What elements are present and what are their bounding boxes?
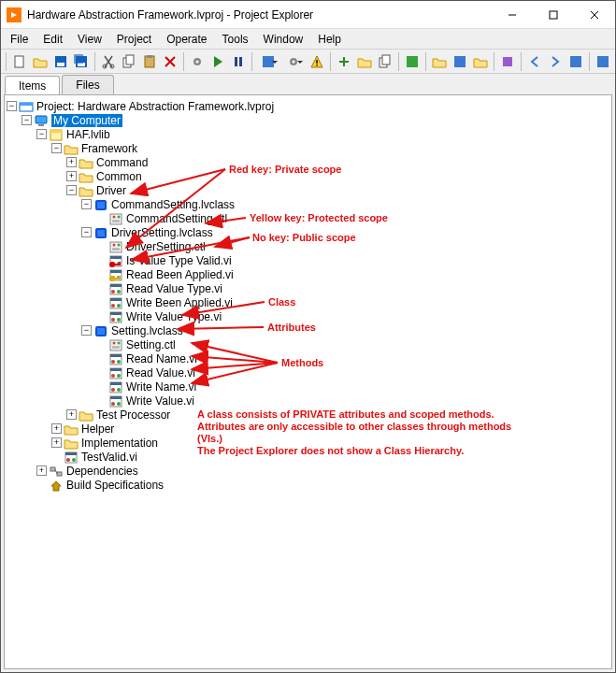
tool-a[interactable] bbox=[355, 51, 374, 72]
close-button[interactable] bbox=[574, 1, 615, 29]
tab-files[interactable]: Files bbox=[62, 75, 113, 94]
tool-f[interactable] bbox=[566, 51, 585, 72]
node-my-computer[interactable]: − My Computer bbox=[7, 113, 609, 127]
twisty-icon[interactable]: + bbox=[66, 171, 77, 181]
tool-compile[interactable] bbox=[188, 51, 207, 72]
ctl-icon bbox=[108, 212, 123, 225]
node-label: Test Processor bbox=[96, 408, 170, 422]
vi-icon bbox=[108, 268, 123, 281]
twisty-icon[interactable]: + bbox=[36, 465, 47, 476]
node-command[interactable]: + Command bbox=[7, 155, 609, 169]
tool-e[interactable] bbox=[471, 51, 490, 72]
node-read-value-type[interactable]: Read Value Type.vi bbox=[7, 281, 609, 295]
vi-icon bbox=[108, 380, 123, 394]
menu-view[interactable]: View bbox=[70, 31, 109, 48]
twisty-icon[interactable]: − bbox=[21, 115, 32, 125]
node-label: Common bbox=[96, 170, 142, 183]
node-label: Setting.lvclass bbox=[111, 324, 183, 337]
menu-edit[interactable]: Edit bbox=[36, 31, 70, 48]
tool-run[interactable] bbox=[208, 51, 227, 72]
menu-help[interactable]: Help bbox=[310, 31, 349, 48]
twisty-icon[interactable]: − bbox=[81, 227, 92, 237]
node-driversetting-ctl[interactable]: DriverSetting.ctl bbox=[7, 239, 609, 253]
menubar: File Edit View Project Operate Tools Win… bbox=[1, 29, 615, 50]
node-write-been-applied[interactable]: Write Been Applied.vi bbox=[7, 295, 609, 309]
twisty-icon[interactable]: − bbox=[51, 143, 62, 153]
tool-resolve[interactable] bbox=[229, 51, 248, 72]
folder-icon bbox=[79, 156, 93, 169]
node-label: TestValid.vi bbox=[81, 451, 137, 464]
node-driver[interactable]: − Driver bbox=[7, 183, 609, 197]
tool-warning[interactable] bbox=[308, 51, 326, 72]
library-icon bbox=[49, 128, 64, 141]
tool-purple[interactable] bbox=[498, 51, 517, 72]
ctl-icon bbox=[108, 240, 123, 253]
twisty-icon[interactable]: + bbox=[66, 157, 77, 167]
tool-cut[interactable] bbox=[99, 51, 118, 72]
node-label: CommandSetting.ctl bbox=[126, 212, 227, 225]
tool-b[interactable] bbox=[376, 51, 394, 72]
menu-project[interactable]: Project bbox=[109, 31, 159, 48]
folder-icon bbox=[79, 184, 93, 197]
node-driversetting-class[interactable]: − DriverSetting.lvclass bbox=[7, 225, 609, 239]
node-build-specs[interactable]: Build Specifications bbox=[7, 478, 609, 492]
tool-open[interactable] bbox=[31, 51, 50, 72]
minimize-button[interactable] bbox=[492, 1, 533, 29]
tool-d[interactable] bbox=[451, 51, 469, 72]
tool-new[interactable] bbox=[10, 51, 29, 72]
node-label: My Computer bbox=[51, 114, 122, 127]
node-label: Read Been Applied.vi bbox=[126, 268, 234, 281]
vi-icon bbox=[108, 254, 123, 267]
node-setting-ctl[interactable]: Setting.ctl bbox=[7, 337, 609, 351]
tab-items[interactable]: Items bbox=[5, 76, 60, 95]
node-read-value[interactable]: Read Value.vi bbox=[7, 365, 609, 379]
tool-svn-drop[interactable] bbox=[256, 51, 279, 72]
twisty-icon[interactable]: + bbox=[51, 437, 62, 448]
tool-redo[interactable] bbox=[546, 51, 565, 72]
twisty-icon[interactable]: + bbox=[51, 423, 62, 434]
node-framework[interactable]: − Framework bbox=[7, 141, 609, 155]
node-is-value-type-valid[interactable]: Is Value Type Valid.vi bbox=[7, 253, 609, 267]
tool-filter-drop[interactable] bbox=[282, 51, 306, 72]
menu-window[interactable]: Window bbox=[256, 31, 311, 48]
tool-undo[interactable] bbox=[525, 51, 544, 72]
tool-saveall[interactable] bbox=[72, 51, 91, 72]
menu-operate[interactable]: Operate bbox=[159, 31, 214, 48]
tool-green[interactable] bbox=[403, 51, 422, 72]
twisty-icon[interactable]: − bbox=[66, 185, 77, 195]
tool-paste[interactable] bbox=[140, 51, 159, 72]
node-write-value-type[interactable]: Write Value Type.vi bbox=[7, 309, 609, 323]
node-read-name[interactable]: Read Name.vi bbox=[7, 351, 609, 365]
project-tree[interactable]: − Project: Hardware Abstraction Framewor… bbox=[5, 95, 611, 495]
node-read-been-applied[interactable]: Read Been Applied.vi bbox=[7, 267, 609, 281]
tool-copy[interactable] bbox=[120, 51, 138, 72]
node-common[interactable]: + Common bbox=[7, 169, 609, 183]
node-setting-class[interactable]: − Setting.lvclass bbox=[7, 323, 609, 337]
node-haf-lib[interactable]: − HAF.lvlib bbox=[7, 127, 609, 141]
twisty-icon[interactable]: − bbox=[7, 101, 17, 111]
twisty-icon[interactable]: + bbox=[66, 409, 77, 420]
node-helper[interactable]: + Helper bbox=[7, 422, 609, 436]
node-write-value[interactable]: Write Value.vi bbox=[7, 394, 609, 408]
node-project[interactable]: − Project: Hardware Abstraction Framewor… bbox=[7, 99, 609, 113]
tool-save[interactable] bbox=[51, 51, 70, 72]
node-label: Framework bbox=[81, 142, 137, 155]
twisty-icon[interactable]: − bbox=[81, 199, 92, 209]
tool-g[interactable] bbox=[594, 51, 612, 72]
node-test-processor[interactable]: + Test Processor bbox=[7, 408, 609, 422]
node-testvalid[interactable]: TestValid.vi bbox=[7, 450, 609, 464]
tree-panel: − Project: Hardware Abstraction Framewor… bbox=[4, 94, 612, 669]
tool-add[interactable] bbox=[335, 51, 353, 72]
menu-tools[interactable]: Tools bbox=[215, 31, 256, 48]
node-dependencies[interactable]: + Dependencies bbox=[7, 464, 609, 478]
tool-c[interactable] bbox=[430, 51, 449, 72]
node-write-name[interactable]: Write Name.vi bbox=[7, 379, 609, 394]
menu-file[interactable]: File bbox=[3, 31, 36, 48]
twisty-icon[interactable]: − bbox=[81, 325, 92, 336]
tool-delete[interactable] bbox=[161, 51, 179, 72]
node-commandsetting-ctl[interactable]: CommandSetting.ctl bbox=[7, 211, 609, 225]
maximize-button[interactable] bbox=[533, 1, 574, 29]
twisty-icon[interactable]: − bbox=[36, 129, 47, 139]
node-implementation[interactable]: + Implementation bbox=[7, 436, 609, 450]
node-commandsetting-class[interactable]: − CommandSetting.lvclass bbox=[7, 197, 609, 211]
